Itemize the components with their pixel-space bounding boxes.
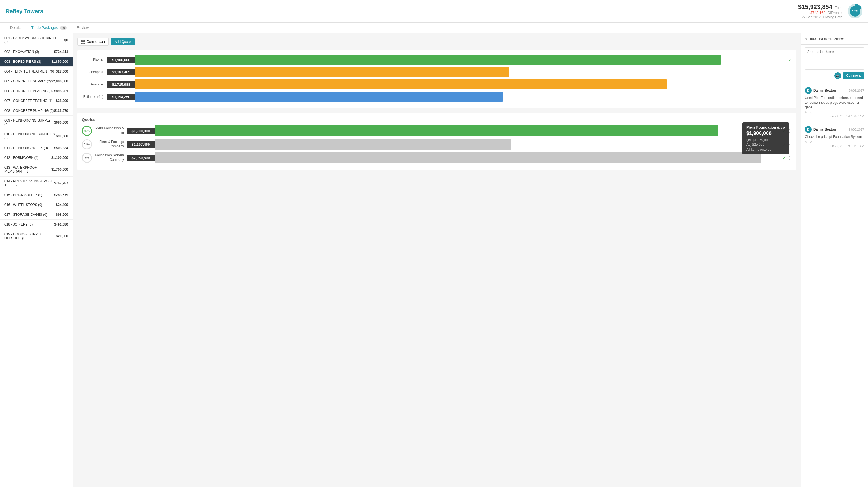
summary-bar-picked: Picked$1,900,000✓ — [82, 55, 792, 65]
quote-row-1: 18%Piers & Footings Company$1,197,465✓⋮ — [82, 139, 792, 150]
comment-time-0: Jun 29, 2017 at 10:57 AM — [805, 115, 864, 118]
quote-circle-0: 46% — [82, 126, 92, 136]
tab-trade-packages[interactable]: Trade Packages 40 — [27, 23, 71, 33]
app-header: Refley Towers $15,923,854 Total +$743,16… — [0, 0, 868, 23]
right-panel: ✎ 003 - BORED PIERS 📷 Comment DDanny Bea… — [801, 33, 868, 487]
right-panel-title: 003 - BORED PIERS — [810, 37, 844, 41]
sidebar-item-005[interactable]: 005 - CONCRETE SUPPLY (2)$2,000,000 — [0, 76, 72, 86]
header-right: $15,923,854 Total +$743,168 Diffrrence 2… — [798, 3, 862, 19]
total-label: Total — [835, 6, 842, 10]
comparison-button[interactable]: Comparison — [78, 38, 108, 46]
diff-amount: +$743,168 — [808, 11, 826, 15]
header-left: Refley Towers — [6, 8, 43, 14]
sidebar-item-019[interactable]: 019 - DOORS - SUPPLY OFFSHO... (0)$20,00… — [0, 229, 72, 243]
comment-avatar-1: D — [805, 126, 812, 133]
quote-row-0: 46%Piers Foundation & co$1,900,000✓⋮ Pie… — [82, 125, 792, 136]
quotes-section-title: Quotes — [82, 118, 792, 122]
tooltip-title: Piers Foundation & co — [746, 125, 785, 129]
note-attach-button[interactable]: 📷 — [834, 72, 841, 79]
bar-check-icon: ✓ — [788, 57, 792, 63]
comment-author-0: Danny Beaton — [813, 89, 836, 93]
right-panel-body: 📷 Comment DDanny Beaton29/06/2017Used Pi… — [801, 44, 868, 487]
tooltip-note: All items entered. — [746, 148, 785, 152]
closing-line: 27 Sep 2017 Closing Date — [798, 15, 842, 19]
diff-label: Diffrrence — [828, 11, 842, 15]
edit-icon: ✎ — [805, 37, 808, 41]
summary-chart-card: Picked$1,900,000✓Cheapest$1,197,465Avera… — [78, 50, 796, 108]
comment-button[interactable]: Comment — [843, 72, 864, 79]
sidebar-item-013[interactable]: 013 - WATERPROOF MEMBRAN... (3)$1,700,00… — [0, 163, 72, 176]
quote-tooltip: Piers Foundation & co $1,900,000 Qte $1,… — [742, 123, 789, 154]
sidebar-item-011[interactable]: 011 - REINFORCING FIX (0)$503,834 — [0, 143, 72, 153]
total-amount-line: $15,923,854 Total — [798, 3, 842, 11]
sidebar-item-006[interactable]: 006 - CONCRETE PLACING (0)$895,231 — [0, 86, 72, 96]
quotes-card: Quotes46%Piers Foundation & co$1,900,000… — [78, 113, 796, 170]
sidebar-item-012[interactable]: 012 - FORMWORK (4)$1,100,000 — [0, 153, 72, 163]
main-content: Comparison Add Quote Picked$1,900,000✓Ch… — [73, 33, 801, 487]
add-quote-button[interactable]: Add Quote — [111, 38, 134, 45]
sidebar-item-017[interactable]: 017 - STORAGE CAGES (0)$98,900 — [0, 210, 72, 220]
comparison-label: Comparison — [87, 40, 105, 44]
quote-circle-1: 18% — [82, 139, 92, 149]
sidebar-item-003[interactable]: 003 - BORED PIERS (3)$1,850,000 — [0, 57, 72, 67]
sidebar-item-004[interactable]: 004 - TERMITE TREATMENT (0)$27,000 — [0, 67, 72, 76]
comments-container: DDanny Beaton29/06/2017Used Pier Foundat… — [805, 83, 864, 148]
tab-review[interactable]: Review — [72, 23, 93, 33]
closing-label: Closing Date — [823, 15, 842, 19]
quote-more-2[interactable]: ⋮ — [787, 155, 792, 161]
summary-bar-average: Average$1,715,988 — [82, 79, 792, 89]
sidebar: 001 - EARLY WORKS SHORING P... (0)$0002 … — [0, 33, 73, 487]
tab-details[interactable]: Details — [6, 23, 26, 33]
comment-author-1: Danny Beaton — [813, 128, 836, 131]
sidebar-item-007[interactable]: 007 - CONCRETE TESTING (1)$38,000 — [0, 96, 72, 106]
comment-item-1: DDanny Beaton29/06/2017Check the price p… — [805, 122, 864, 148]
sidebar-item-008[interactable]: 008 - CONCRETE PUMPING (0)$133,970 — [0, 106, 72, 116]
sidebar-item-001[interactable]: 001 - EARLY WORKS SHORING P... (0)$0 — [0, 33, 72, 47]
summary-bar-cheapest: Cheapest$1,197,465 — [82, 67, 792, 77]
tab-bar: Details Trade Packages 40 Review — [0, 23, 868, 33]
quote-check-2: ✓ — [782, 155, 786, 161]
tooltip-adj: Adj $25,000 — [746, 142, 785, 147]
comment-time-1: Jun 29, 2017 at 10:57 AM — [805, 144, 864, 148]
sidebar-item-009[interactable]: 009 - REINFORCING SUPPLY (4)$680,000 — [0, 116, 72, 129]
diff-line: +$743,168 Diffrrence — [798, 11, 842, 15]
total-amount: $15,923,854 — [798, 3, 832, 10]
tooltip-amount: $1,900,000 — [746, 131, 785, 136]
sidebar-item-018[interactable]: 018 - JOINERY (0)$491,580 — [0, 220, 72, 229]
comment-item-0: DDanny Beaton29/06/2017Used Pier Foundat… — [805, 83, 864, 118]
comment-edit-icon-0[interactable]: ✎ — [805, 111, 808, 115]
comment-text-1: Check the price pf Foundation System — [805, 134, 864, 139]
note-actions: 📷 Comment — [805, 72, 864, 79]
tooltip-qte: Qte $1,875,000 — [746, 138, 785, 142]
quote-row-2: 4%Foundation System Company$2,050,500✓⋮ — [82, 152, 792, 163]
chart-toolbar: Comparison Add Quote — [78, 38, 796, 46]
sidebar-item-010[interactable]: 010 - REINFORCING SUNDRIES (3)$91,580 — [0, 129, 72, 143]
comment-edit-icon-1[interactable]: ✎ — [805, 140, 808, 144]
tab-badge: 40 — [60, 26, 67, 30]
right-panel-header: ✎ 003 - BORED PIERS — [801, 33, 868, 44]
progress-pct: 18% — [850, 6, 861, 17]
app-title: Refley Towers — [6, 8, 43, 14]
quote-circle-2: 4% — [82, 153, 92, 163]
closing-date: 27 Sep 2017 — [802, 15, 821, 19]
sidebar-item-015[interactable]: 015 - BRICK SUPPLY (0)$283,579 — [0, 190, 72, 200]
comment-text-0: Used Pier Foundation before, but need to… — [805, 96, 864, 109]
summary-bar-estimate-(41): Estimate (41)$1,194,250 — [82, 92, 792, 102]
main-layout: 001 - EARLY WORKS SHORING P... (0)$0002 … — [0, 33, 868, 487]
note-textarea[interactable] — [805, 47, 864, 70]
comment-date-1: 29/06/2017 — [849, 128, 864, 131]
header-stats: $15,923,854 Total +$743,168 Diffrrence 2… — [798, 3, 842, 19]
comment-avatar-0: D — [805, 87, 812, 94]
comment-delete-icon-0[interactable]: ✕ — [809, 111, 812, 115]
comment-date-0: 29/06/2017 — [849, 89, 864, 92]
comment-delete-icon-1[interactable]: ✕ — [809, 140, 812, 144]
sidebar-item-002[interactable]: 002 - EXCAVATION (3)$724,411 — [0, 47, 72, 57]
progress-circle: 18% — [848, 4, 862, 19]
grid-icon — [81, 40, 85, 44]
sidebar-item-014[interactable]: 014 - PRESTRESSING & POST TE... (0)$767,… — [0, 176, 72, 190]
sidebar-item-016[interactable]: 016 - WHEEL STOPS (0)$24,400 — [0, 200, 72, 210]
